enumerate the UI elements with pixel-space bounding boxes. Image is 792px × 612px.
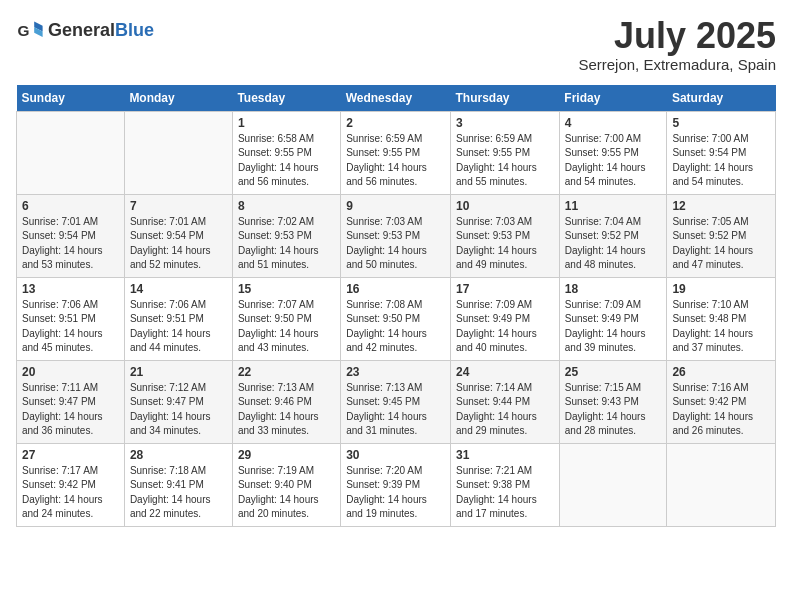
calendar-cell: 29Sunrise: 7:19 AMSunset: 9:40 PMDayligh… (232, 443, 340, 526)
day-number: 9 (346, 199, 445, 213)
calendar-cell: 9Sunrise: 7:03 AMSunset: 9:53 PMDaylight… (341, 194, 451, 277)
calendar-cell: 18Sunrise: 7:09 AMSunset: 9:49 PMDayligh… (559, 277, 667, 360)
day-number: 21 (130, 365, 227, 379)
column-header-wednesday: Wednesday (341, 85, 451, 112)
calendar-cell: 15Sunrise: 7:07 AMSunset: 9:50 PMDayligh… (232, 277, 340, 360)
calendar-cell (667, 443, 776, 526)
calendar-cell: 8Sunrise: 7:02 AMSunset: 9:53 PMDaylight… (232, 194, 340, 277)
logo-blue: Blue (115, 20, 154, 40)
column-header-saturday: Saturday (667, 85, 776, 112)
cell-info: Sunrise: 7:14 AMSunset: 9:44 PMDaylight:… (456, 382, 537, 437)
calendar-cell: 31Sunrise: 7:21 AMSunset: 9:38 PMDayligh… (451, 443, 560, 526)
cell-info: Sunrise: 7:00 AMSunset: 9:55 PMDaylight:… (565, 133, 646, 188)
cell-info: Sunrise: 7:00 AMSunset: 9:54 PMDaylight:… (672, 133, 753, 188)
day-number: 4 (565, 116, 662, 130)
cell-info: Sunrise: 7:18 AMSunset: 9:41 PMDaylight:… (130, 465, 211, 520)
day-number: 18 (565, 282, 662, 296)
calendar-week-row: 20Sunrise: 7:11 AMSunset: 9:47 PMDayligh… (17, 360, 776, 443)
cell-info: Sunrise: 7:19 AMSunset: 9:40 PMDaylight:… (238, 465, 319, 520)
calendar-header-row: SundayMondayTuesdayWednesdayThursdayFrid… (17, 85, 776, 112)
cell-info: Sunrise: 7:02 AMSunset: 9:53 PMDaylight:… (238, 216, 319, 271)
calendar-week-row: 13Sunrise: 7:06 AMSunset: 9:51 PMDayligh… (17, 277, 776, 360)
calendar-week-row: 1Sunrise: 6:58 AMSunset: 9:55 PMDaylight… (17, 111, 776, 194)
column-header-monday: Monday (124, 85, 232, 112)
calendar-cell: 25Sunrise: 7:15 AMSunset: 9:43 PMDayligh… (559, 360, 667, 443)
calendar-cell: 19Sunrise: 7:10 AMSunset: 9:48 PMDayligh… (667, 277, 776, 360)
cell-info: Sunrise: 7:13 AMSunset: 9:45 PMDaylight:… (346, 382, 427, 437)
day-number: 22 (238, 365, 335, 379)
calendar-cell (17, 111, 125, 194)
cell-info: Sunrise: 7:11 AMSunset: 9:47 PMDaylight:… (22, 382, 103, 437)
calendar-cell: 6Sunrise: 7:01 AMSunset: 9:54 PMDaylight… (17, 194, 125, 277)
day-number: 17 (456, 282, 554, 296)
day-number: 31 (456, 448, 554, 462)
day-number: 5 (672, 116, 770, 130)
column-header-tuesday: Tuesday (232, 85, 340, 112)
cell-info: Sunrise: 7:07 AMSunset: 9:50 PMDaylight:… (238, 299, 319, 354)
day-number: 24 (456, 365, 554, 379)
day-number: 11 (565, 199, 662, 213)
calendar-cell: 10Sunrise: 7:03 AMSunset: 9:53 PMDayligh… (451, 194, 560, 277)
cell-info: Sunrise: 7:15 AMSunset: 9:43 PMDaylight:… (565, 382, 646, 437)
calendar-cell: 30Sunrise: 7:20 AMSunset: 9:39 PMDayligh… (341, 443, 451, 526)
cell-info: Sunrise: 6:59 AMSunset: 9:55 PMDaylight:… (456, 133, 537, 188)
day-number: 23 (346, 365, 445, 379)
svg-text:G: G (17, 22, 29, 39)
calendar-cell (124, 111, 232, 194)
day-number: 10 (456, 199, 554, 213)
day-number: 29 (238, 448, 335, 462)
calendar-cell: 24Sunrise: 7:14 AMSunset: 9:44 PMDayligh… (451, 360, 560, 443)
cell-info: Sunrise: 7:01 AMSunset: 9:54 PMDaylight:… (22, 216, 103, 271)
day-number: 16 (346, 282, 445, 296)
logo: G GeneralBlue (16, 16, 154, 44)
calendar-cell: 16Sunrise: 7:08 AMSunset: 9:50 PMDayligh… (341, 277, 451, 360)
cell-info: Sunrise: 7:06 AMSunset: 9:51 PMDaylight:… (130, 299, 211, 354)
cell-info: Sunrise: 7:09 AMSunset: 9:49 PMDaylight:… (565, 299, 646, 354)
calendar-cell: 23Sunrise: 7:13 AMSunset: 9:45 PMDayligh… (341, 360, 451, 443)
day-number: 26 (672, 365, 770, 379)
cell-info: Sunrise: 7:20 AMSunset: 9:39 PMDaylight:… (346, 465, 427, 520)
calendar-cell: 3Sunrise: 6:59 AMSunset: 9:55 PMDaylight… (451, 111, 560, 194)
cell-info: Sunrise: 7:08 AMSunset: 9:50 PMDaylight:… (346, 299, 427, 354)
calendar-cell: 1Sunrise: 6:58 AMSunset: 9:55 PMDaylight… (232, 111, 340, 194)
day-number: 30 (346, 448, 445, 462)
day-number: 6 (22, 199, 119, 213)
month-year-title: July 2025 (578, 16, 776, 56)
cell-info: Sunrise: 7:13 AMSunset: 9:46 PMDaylight:… (238, 382, 319, 437)
day-number: 7 (130, 199, 227, 213)
calendar-cell (559, 443, 667, 526)
logo-icon: G (16, 16, 44, 44)
calendar-cell: 21Sunrise: 7:12 AMSunset: 9:47 PMDayligh… (124, 360, 232, 443)
day-number: 2 (346, 116, 445, 130)
calendar-cell: 7Sunrise: 7:01 AMSunset: 9:54 PMDaylight… (124, 194, 232, 277)
calendar-cell: 28Sunrise: 7:18 AMSunset: 9:41 PMDayligh… (124, 443, 232, 526)
cell-info: Sunrise: 7:17 AMSunset: 9:42 PMDaylight:… (22, 465, 103, 520)
day-number: 13 (22, 282, 119, 296)
calendar-cell: 12Sunrise: 7:05 AMSunset: 9:52 PMDayligh… (667, 194, 776, 277)
calendar-cell: 13Sunrise: 7:06 AMSunset: 9:51 PMDayligh… (17, 277, 125, 360)
column-header-thursday: Thursday (451, 85, 560, 112)
logo-general: General (48, 20, 115, 40)
day-number: 12 (672, 199, 770, 213)
day-number: 15 (238, 282, 335, 296)
calendar-table: SundayMondayTuesdayWednesdayThursdayFrid… (16, 85, 776, 527)
cell-info: Sunrise: 7:10 AMSunset: 9:48 PMDaylight:… (672, 299, 753, 354)
cell-info: Sunrise: 7:05 AMSunset: 9:52 PMDaylight:… (672, 216, 753, 271)
day-number: 19 (672, 282, 770, 296)
calendar-cell: 14Sunrise: 7:06 AMSunset: 9:51 PMDayligh… (124, 277, 232, 360)
day-number: 28 (130, 448, 227, 462)
cell-info: Sunrise: 7:09 AMSunset: 9:49 PMDaylight:… (456, 299, 537, 354)
calendar-cell: 27Sunrise: 7:17 AMSunset: 9:42 PMDayligh… (17, 443, 125, 526)
cell-info: Sunrise: 6:58 AMSunset: 9:55 PMDaylight:… (238, 133, 319, 188)
day-number: 8 (238, 199, 335, 213)
column-header-friday: Friday (559, 85, 667, 112)
cell-info: Sunrise: 7:04 AMSunset: 9:52 PMDaylight:… (565, 216, 646, 271)
calendar-cell: 17Sunrise: 7:09 AMSunset: 9:49 PMDayligh… (451, 277, 560, 360)
day-number: 3 (456, 116, 554, 130)
cell-info: Sunrise: 7:16 AMSunset: 9:42 PMDaylight:… (672, 382, 753, 437)
calendar-cell: 5Sunrise: 7:00 AMSunset: 9:54 PMDaylight… (667, 111, 776, 194)
calendar-cell: 20Sunrise: 7:11 AMSunset: 9:47 PMDayligh… (17, 360, 125, 443)
calendar-week-row: 6Sunrise: 7:01 AMSunset: 9:54 PMDaylight… (17, 194, 776, 277)
cell-info: Sunrise: 7:12 AMSunset: 9:47 PMDaylight:… (130, 382, 211, 437)
location-subtitle: Serrejon, Extremadura, Spain (578, 56, 776, 73)
